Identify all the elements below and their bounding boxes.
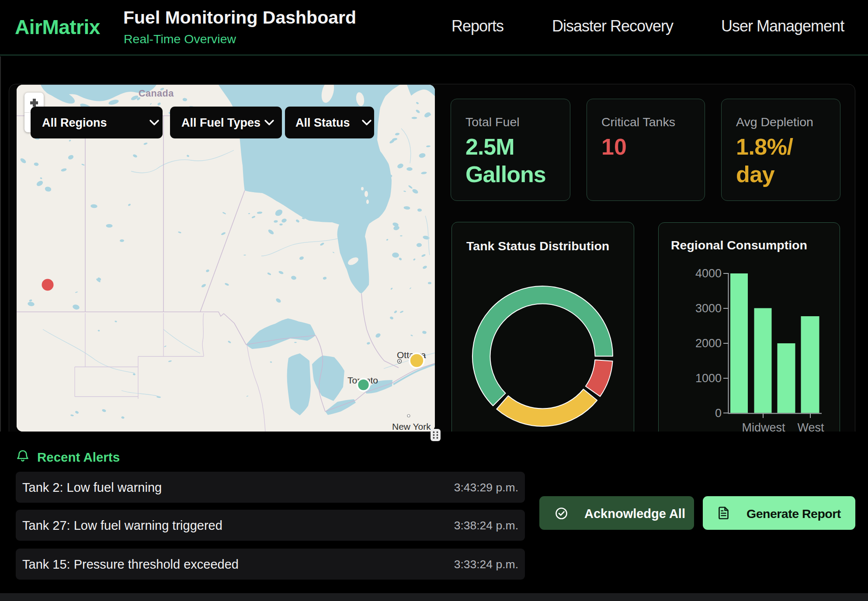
svg-text:0: 0 [715,407,722,420]
svg-text:1000: 1000 [695,372,722,385]
svg-text:2000: 2000 [695,337,722,350]
svg-text:New York: New York [392,421,431,432]
svg-text:Canada: Canada [139,88,174,99]
svg-text:4000: 4000 [695,267,722,280]
svg-text:3000: 3000 [695,302,722,315]
